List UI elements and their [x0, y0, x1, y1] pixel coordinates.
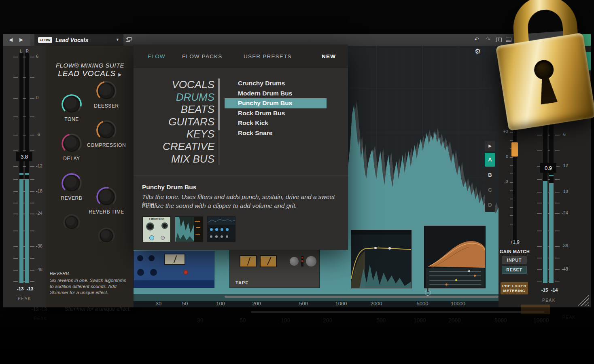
- copy-window-icon[interactable]: [126, 37, 132, 42]
- flow-module-panel: FLOW® MIXING SUITE LEAD VOCALS▶ TONEDEES…: [47, 46, 134, 307]
- meter-tick: [13, 98, 18, 99]
- meter-tick: [555, 258, 560, 258]
- knob-info-text: REVERB Six reverbs in one. Switch algori…: [50, 271, 131, 296]
- tab-user-presets[interactable]: USER PRESETS: [244, 53, 292, 59]
- reset-button[interactable]: RESET: [502, 266, 527, 274]
- preset-detail-line2: Finalize the sound with a clipper to add…: [142, 202, 297, 210]
- snapshot-play-button[interactable]: ▶: [485, 141, 495, 151]
- preset-thumbnail-console[interactable]: [207, 216, 235, 242]
- meter-tick: [537, 269, 542, 270]
- out-peak-label: PEAK: [542, 298, 556, 303]
- tab-flow-packs[interactable]: FLOW PACKS: [182, 53, 223, 59]
- category-scrollbar-thumb[interactable]: [218, 78, 220, 130]
- thumb-button-cyan: [149, 235, 154, 240]
- preset-item-rock-kick[interactable]: Rock Kick: [225, 118, 327, 128]
- preset-item-rock-drum-bus[interactable]: Rock Drum Bus: [225, 108, 327, 119]
- peak-value-right[interactable]: -13: [25, 286, 35, 291]
- resize-grip[interactable]: [577, 294, 589, 306]
- panel-bottom-icon[interactable]: [506, 38, 511, 42]
- hidden-green-button[interactable]: [578, 52, 591, 70]
- meter-tick-label: -24: [36, 211, 42, 216]
- preset-thumbnail-spectrum[interactable]: [175, 216, 203, 242]
- preset-item-rock-snare[interactable]: Rock Snare: [225, 128, 327, 138]
- preset-item-modern-drum-bus[interactable]: Modern Drum Bus: [225, 89, 327, 99]
- knob-reverb[interactable]: [61, 173, 82, 194]
- undo-icon[interactable]: ↶: [473, 36, 481, 42]
- info-line: to audition different sounds. Add: [50, 284, 131, 290]
- knob: [137, 255, 143, 261]
- category-mix-bus[interactable]: MIX BUS: [138, 153, 214, 165]
- settings-gear-icon[interactable]: ⚙: [525, 36, 533, 42]
- meter-tick: [537, 203, 542, 203]
- preset-item-punchy-drum-bus[interactable]: Punchy Drum Bus: [225, 98, 327, 108]
- back-icon[interactable]: ◀: [9, 37, 13, 42]
- new-preset-button[interactable]: NEW: [322, 53, 336, 59]
- meter-tick: [537, 135, 542, 135]
- meter-tick: [30, 57, 34, 57]
- snapshot-d[interactable]: D: [485, 198, 495, 212]
- forward-icon[interactable]: ▶: [19, 37, 23, 42]
- category-drums[interactable]: DRUMS: [138, 91, 214, 104]
- browser-tab-bar: FLOWFLOW PACKSUSER PRESETS NEW: [134, 44, 348, 68]
- knob: [148, 255, 155, 261]
- peak-value-left[interactable]: -13: [15, 286, 25, 291]
- gain-match-label: GAIN MATCH: [499, 249, 531, 254]
- meter-tick: [537, 258, 542, 258]
- freq-label-50: 50: [182, 301, 188, 307]
- power-icon[interactable]: [425, 290, 431, 296]
- plugin-window-eq[interactable]: [351, 230, 412, 288]
- knob-reverb-time[interactable]: [96, 186, 117, 207]
- thumb-knob: [146, 222, 154, 231]
- fader-value-readout[interactable]: 3.8: [16, 152, 32, 161]
- knob-aux-6[interactable]: [63, 214, 81, 231]
- snapshot-b[interactable]: B: [485, 168, 495, 182]
- bypass-button[interactable]: BY: [503, 50, 548, 57]
- meter-tick: [13, 203, 18, 203]
- meter-tick: [23, 77, 26, 78]
- module-preset-title[interactable]: LEAD VOCALS▶: [47, 69, 134, 78]
- meter-tick: [555, 150, 560, 151]
- meter-tick: [510, 140, 513, 141]
- softube-logo-button[interactable]: ◡ Softube: [534, 34, 591, 46]
- meter-tick: [537, 179, 542, 180]
- category-creative[interactable]: CREATIVE: [138, 140, 214, 153]
- knob-compression[interactable]: [96, 120, 117, 141]
- out-peak-left[interactable]: -15: [539, 288, 550, 292]
- expand-arrow-icon[interactable]: ▶: [118, 72, 122, 77]
- category-guitars[interactable]: GUITARS: [138, 116, 214, 128]
- snapshot-a[interactable]: A: [485, 153, 495, 167]
- gain-fader-handle[interactable]: [511, 142, 518, 157]
- knob-aux-7[interactable]: [98, 227, 115, 245]
- prefader-metering-button[interactable]: PRE FADER METERING: [501, 282, 528, 294]
- input-button[interactable]: INPUT: [502, 256, 527, 264]
- gain-fader-track[interactable]: [513, 81, 517, 243]
- tab-flow[interactable]: FLOW: [148, 53, 165, 59]
- redo-icon[interactable]: ↷: [484, 36, 492, 42]
- snapshot-c[interactable]: C: [485, 183, 495, 197]
- panel-left-icon[interactable]: [496, 38, 502, 42]
- plugin-window-channel-strip[interactable]: [134, 251, 214, 288]
- logo-text: Softube: [555, 36, 576, 43]
- out-peak-right[interactable]: -14: [549, 288, 560, 292]
- category-vocals[interactable]: VOCALS: [138, 78, 214, 91]
- plugin-window-reverb[interactable]: [424, 226, 486, 288]
- chevron-down-icon[interactable]: ▼: [116, 38, 119, 42]
- thumb-filter-label: 6 dB/oct FILTER: [143, 218, 170, 220]
- category-beats[interactable]: BEATS: [138, 103, 214, 116]
- knob-label-compression: COMPRESSION: [78, 142, 135, 148]
- horizontal-scrollbar[interactable]: [225, 296, 499, 298]
- knob-deesser[interactable]: [96, 80, 117, 102]
- meter-tick-label: 6: [36, 54, 38, 59]
- panel-right-icon[interactable]: [516, 38, 521, 42]
- freq-label-100: 100: [216, 301, 225, 307]
- info-line: Six reverbs in one. Switch algorithms: [50, 277, 131, 284]
- category-keys[interactable]: KEYS: [138, 128, 214, 140]
- preset-thumbnail-filter[interactable]: 6 dB/oct FILTER: [142, 216, 171, 242]
- preset-title-box[interactable]: FLOW Lead Vocals ▼: [34, 34, 123, 46]
- vu-meter: [164, 254, 185, 265]
- analyzer-gear-icon[interactable]: ⚙: [475, 47, 481, 56]
- meter-tick-label: -3: [499, 179, 508, 184]
- preset-item-crunchy-drums[interactable]: Crunchy Drums: [225, 78, 327, 89]
- partial-label-g: G: [503, 63, 507, 68]
- out-fader-value-readout[interactable]: 0.9: [540, 163, 556, 173]
